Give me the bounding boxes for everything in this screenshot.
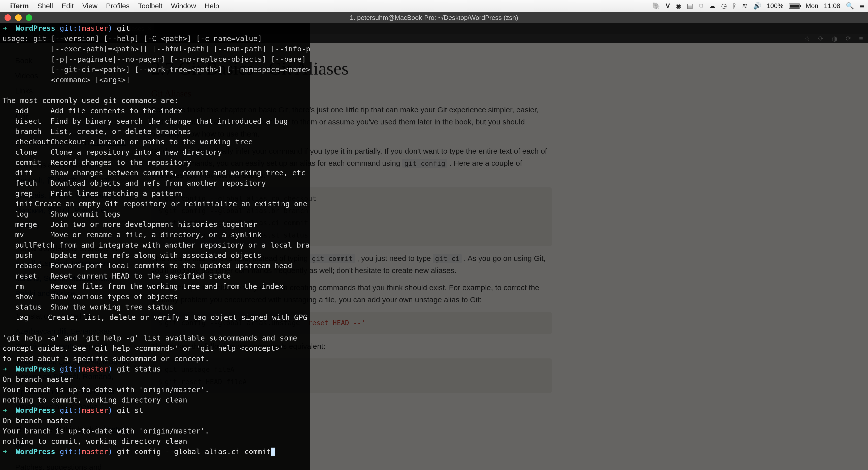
window-close-button[interactable]	[4, 14, 11, 21]
star-icon[interactable]: ☆	[804, 35, 810, 42]
window-title: 1. petersuhm@MacBook-Pro: ~/Desktop/Word…	[350, 14, 518, 22]
content-area: localhost/wp-admin× Git - Git Aliases× ←…	[0, 23, 868, 470]
spotlight-icon[interactable]: 🔍	[846, 2, 854, 10]
ext1-icon[interactable]: ◑	[832, 35, 838, 42]
menu-help[interactable]: Help	[205, 2, 219, 10]
bluetooth-icon[interactable]: ᛒ	[733, 2, 737, 10]
timer-icon[interactable]: ◷	[721, 2, 727, 10]
battery-pct: 100%	[767, 2, 784, 10]
clock-day[interactable]: Mon	[806, 2, 818, 10]
menu-view[interactable]: View	[82, 2, 97, 10]
dropbox-icon[interactable]: ⧉	[699, 2, 704, 10]
git-commands-list: addAdd file contents to the indexbisectF…	[2, 106, 307, 323]
window-zoom-button[interactable]	[26, 14, 32, 21]
cloud-icon[interactable]: ☁	[709, 2, 716, 10]
record-icon[interactable]: ◉	[676, 2, 681, 10]
menu-edit[interactable]: Edit	[61, 2, 73, 10]
common-header: The most commonly used git commands are:	[2, 95, 307, 106]
pocket-icon[interactable]: ⟳	[818, 35, 824, 42]
wifi-icon[interactable]: ≋	[742, 2, 748, 10]
menubar-status: 🐘 V ◉ ▤ ⧉ ☁ ◷ ᛒ ≋ 🔊 100% Mon 11:08 🔍 ≣	[652, 2, 865, 10]
clock-time[interactable]: 11:08	[824, 2, 840, 10]
menu-profiles[interactable]: Profiles	[106, 2, 129, 10]
notification-icon[interactable]: ≣	[860, 2, 865, 10]
window-titlebar: 1. petersuhm@MacBook-Pro: ~/Desktop/Word…	[0, 12, 868, 23]
menu-window[interactable]: Window	[171, 2, 196, 10]
v-icon[interactable]: V	[666, 2, 670, 10]
battery-icon[interactable]	[789, 3, 800, 8]
mac-menubar: iTerm Shell Edit View Profiles Toolbelt …	[0, 0, 868, 12]
book-icon[interactable]: ▤	[687, 2, 693, 10]
evernote-icon[interactable]: 🐘	[652, 2, 660, 10]
app-name[interactable]: iTerm	[10, 2, 29, 10]
cursor	[271, 447, 275, 456]
menu-shell[interactable]: Shell	[37, 2, 53, 10]
ext2-icon[interactable]: ⟳	[845, 35, 851, 42]
volume-icon[interactable]: 🔊	[753, 2, 761, 10]
window-minimize-button[interactable]	[15, 14, 22, 21]
terminal[interactable]: ➜ WordPress git:(master) git usage: git …	[0, 23, 310, 470]
menu-toolbelt[interactable]: Toolbelt	[138, 2, 162, 10]
hamburger-icon[interactable]: ≡	[859, 35, 863, 42]
